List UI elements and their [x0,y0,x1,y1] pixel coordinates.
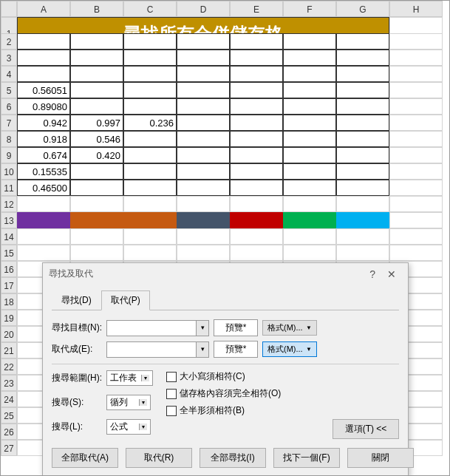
replace-all-button[interactable]: 全部取代(A) [52,448,118,468]
find-all-button[interactable]: 全部尋找(I) [200,448,266,468]
cell-D15[interactable] [177,245,230,261]
lookin-select[interactable]: 公式▾ [106,419,151,435]
cell-A4[interactable] [17,66,70,82]
cell-F12[interactable] [283,196,336,212]
col-header-E[interactable]: E [230,1,283,17]
dialog-titlebar[interactable]: 尋找及取代 ? ✕ [43,263,408,285]
cell-H5[interactable] [389,82,443,98]
color-bar-cell[interactable] [177,212,230,228]
row-header-22[interactable]: 22 [1,358,17,375]
cell-D10[interactable] [177,163,230,180]
match-byte-checkbox[interactable]: 全半形須相符(B) [166,404,281,417]
cell-B9[interactable]: 0.420 [70,147,123,163]
cell-B2[interactable] [70,33,123,50]
row-header-3[interactable]: 3 [1,50,17,66]
color-bar-cell[interactable] [230,212,283,228]
row-header-15[interactable]: 15 [1,245,17,261]
cell-F14[interactable] [283,228,336,245]
row-header-12[interactable]: 12 [1,196,17,212]
cell-B11[interactable] [70,180,123,196]
cell-C6[interactable] [123,98,177,115]
row-header-20[interactable]: 20 [1,326,17,342]
dialog-close-icon[interactable]: ✕ [381,268,402,280]
cell-A8[interactable]: 0.918 [17,131,70,147]
cell-G10[interactable] [336,163,389,180]
dialog-help-button[interactable]: ? [364,268,381,280]
cell-A12[interactable] [17,196,70,212]
cell-E4[interactable] [230,66,283,82]
cell-B8[interactable]: 0.546 [70,131,123,147]
row-header-27[interactable]: 27 [1,440,17,456]
row-header-8[interactable]: 8 [1,131,17,147]
cell-B10[interactable] [70,163,123,180]
cell-H12[interactable] [389,196,443,212]
cell-F2[interactable] [283,33,336,50]
cell-C3[interactable] [123,50,177,66]
tab-replace[interactable]: 取代(P) [101,290,150,310]
cell-C2[interactable] [123,33,177,50]
cell-G14[interactable] [336,228,389,245]
cell-B7[interactable]: 0.997 [70,115,123,131]
row-header-10[interactable]: 10 [1,163,17,180]
cell-C14[interactable] [123,228,177,245]
row-header-13[interactable]: 13 [1,212,17,228]
cell-E9[interactable] [230,147,283,163]
cell-H15[interactable] [389,245,443,261]
cell-E6[interactable] [230,98,283,115]
row-header-9[interactable]: 9 [1,147,17,163]
cell-D5[interactable] [177,82,230,98]
cell-E7[interactable] [230,115,283,131]
col-header-H[interactable]: H [389,1,443,17]
cell-A7[interactable]: 0.942 [17,115,70,131]
col-header-F[interactable]: F [283,1,336,17]
cell-B5[interactable] [70,82,123,98]
cell-B15[interactable] [70,245,123,261]
cell-G4[interactable] [336,66,389,82]
cell-D9[interactable] [177,147,230,163]
cell-F3[interactable] [283,50,336,66]
cell-H8[interactable] [389,131,443,147]
cell-F15[interactable] [283,245,336,261]
cell-A15[interactable] [17,245,70,261]
replace-with-input[interactable]: ▾ [106,341,209,358]
match-case-checkbox[interactable]: 大小寫須相符(C) [166,370,281,383]
row-header-4[interactable]: 4 [1,66,17,82]
cell-G8[interactable] [336,131,389,147]
color-bar-cell[interactable] [17,212,70,228]
cell-D3[interactable] [177,50,230,66]
cell-C9[interactable] [123,147,177,163]
row-header-23[interactable]: 23 [1,375,17,391]
cell-B4[interactable] [70,66,123,82]
cell-C10[interactable] [123,163,177,180]
cell-E12[interactable] [230,196,283,212]
cell-H2[interactable] [389,33,443,50]
replace-button[interactable]: 取代(R) [126,448,192,468]
row-header-24[interactable]: 24 [1,391,17,407]
cell-D12[interactable] [177,196,230,212]
cell-C15[interactable] [123,245,177,261]
cell-D11[interactable] [177,180,230,196]
cell-A2[interactable] [17,33,70,50]
row-header-2[interactable]: 2 [1,33,17,50]
cell-E14[interactable] [230,228,283,245]
cell-A9[interactable]: 0.674 [17,147,70,163]
row-header-26[interactable]: 26 [1,424,17,440]
cell-B12[interactable] [70,196,123,212]
row-header-6[interactable]: 6 [1,98,17,115]
cell-H3[interactable] [389,50,443,66]
cell-E3[interactable] [230,50,283,66]
cell-G2[interactable] [336,33,389,50]
cell-G9[interactable] [336,147,389,163]
search-select[interactable]: 循列▾ [106,395,151,410]
cell-G5[interactable] [336,82,389,98]
row-header-17[interactable]: 17 [1,277,17,293]
cell-H9[interactable] [389,147,443,163]
cell-G11[interactable] [336,180,389,196]
cell-G15[interactable] [336,245,389,261]
cell-C4[interactable] [123,66,177,82]
color-bar-cell[interactable] [70,212,123,228]
col-header-C[interactable]: C [123,1,177,17]
col-header-A[interactable]: A [17,1,70,17]
cell-C11[interactable] [123,180,177,196]
cell-A10[interactable]: 0.15535 [17,163,70,180]
